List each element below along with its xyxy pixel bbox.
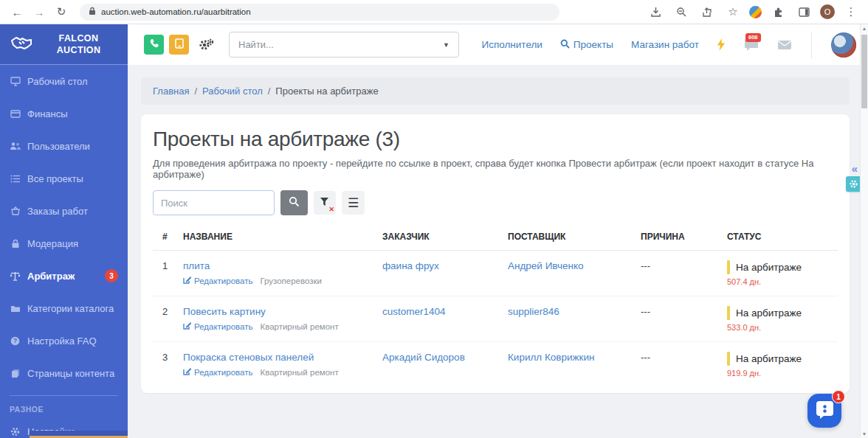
cell-reason: --- (641, 352, 727, 363)
red-x-icon: ✕ (328, 206, 334, 213)
search-input[interactable] (153, 190, 275, 215)
sidebar-item-finance[interactable]: Финансы (0, 97, 128, 130)
settings-widget-icon[interactable] (846, 176, 861, 192)
browser-menu-icon[interactable]: ⋮ (841, 2, 861, 21)
share-icon[interactable] (698, 2, 717, 21)
scroll-down-icon[interactable]: ▼ (861, 431, 868, 437)
customer-link[interactable]: фаина фрух (382, 260, 508, 271)
chat-bubble-icon (815, 400, 835, 423)
bookmark-star-icon[interactable]: ☆ (723, 2, 743, 21)
project-link[interactable]: Покраска стеновых панелей (183, 352, 314, 363)
handshake-logo-icon (10, 35, 32, 54)
phone-button[interactable] (144, 35, 164, 55)
sidebar-brand[interactable]: FALCON AUCTION (0, 24, 128, 65)
arbitration-card: Проекты на арбитраже (3) Для проведения … (141, 114, 850, 393)
browser-back-icon[interactable]: ← (7, 2, 27, 21)
table-header-row: # НАЗВАНИЕ ЗАКАЗЧИК ПОСТАВЩИК ПРИЧИНА СТ… (153, 227, 838, 251)
extension-colored-icon[interactable] (749, 6, 762, 18)
row-num: 2 (162, 306, 183, 317)
sidebar-item-faq-settings[interactable]: ? Настройка FAQ (0, 324, 128, 357)
address-bar[interactable]: auction.web-automation.ru/auarbitration (80, 4, 559, 21)
table-row: 2 Повесить картину Редактировать Квартир… (153, 296, 838, 342)
status-color-bar (727, 352, 730, 366)
page-subtitle: Для проведения арбитража по проекту - пе… (153, 158, 838, 180)
browser-refresh-icon[interactable]: ↻ (52, 2, 71, 21)
col-header-reason: ПРИЧИНА (641, 232, 727, 242)
document-button[interactable] (169, 35, 189, 55)
browser-profile-avatar[interactable]: O (820, 4, 835, 19)
category-label: Квартирный ремонт (260, 368, 338, 377)
sidebar-item-catalog-categories[interactable]: Категории каталога (0, 292, 128, 324)
page-title: Проекты на арбитраже (3) (153, 128, 838, 151)
basket-icon (10, 206, 21, 215)
list-icon (10, 175, 21, 183)
sidebar-item-all-projects[interactable]: Все проекты (0, 162, 128, 195)
customer-link[interactable]: customer1404 (382, 306, 508, 317)
sidebar-item-label: Страницы контента (27, 368, 114, 379)
supplier-link[interactable]: Кирилл Коврижкин (508, 352, 641, 363)
edit-link[interactable]: Редактировать (183, 321, 252, 331)
nav-link-executors[interactable]: Исполнители (482, 39, 542, 50)
services-gears-icon[interactable] (198, 38, 214, 52)
extensions-puzzle-icon[interactable] (768, 2, 788, 21)
search-button[interactable] (280, 190, 308, 215)
side-panel-icon[interactable] (794, 2, 813, 21)
scrollbar-thumb[interactable] (861, 35, 867, 108)
sidebar-item-desktop[interactable]: Рабочий стол (0, 65, 128, 97)
status-color-bar (727, 260, 730, 274)
status-days: 919.9 дн. (727, 369, 838, 378)
lightning-icon[interactable] (717, 38, 726, 51)
sidebar-item-moderation[interactable]: Модерация (0, 227, 128, 260)
mail-icon[interactable] (777, 40, 792, 50)
sidebar-item-users[interactable]: Пользователи (0, 130, 128, 162)
edit-link[interactable]: Редактировать (183, 367, 252, 377)
cell-name: плита Редактировать Грузоперевозки (183, 260, 382, 285)
edit-label: Редактировать (194, 322, 252, 331)
status-days: 507.4 дн. (727, 277, 838, 286)
clear-filter-button[interactable]: ✕ (314, 191, 336, 215)
category-label: Грузоперевозки (260, 277, 322, 285)
main-content: Найти... ▼ Исполнители Проекты Магазин р… (128, 24, 868, 438)
nav-link-work-shop[interactable]: Магазин работ (631, 39, 699, 50)
sidebar-item-arbitration[interactable]: Арбитраж 3 (0, 260, 128, 292)
support-chat-button[interactable]: 1 (807, 394, 841, 428)
sidebar-item-label: Модерация (27, 238, 78, 249)
edit-pencil-icon (183, 321, 191, 331)
customer-link[interactable]: Аркадий Сидоров (382, 352, 508, 363)
topbar-nav: Исполнители Проекты Магазин работ 608 (482, 32, 857, 58)
chat-notifications-icon[interactable]: 608 (743, 38, 760, 52)
chat-count-badge: 608 (745, 33, 761, 42)
user-avatar[interactable] (831, 32, 856, 58)
supplier-link[interactable]: supplier846 (508, 306, 641, 317)
edit-link[interactable]: Редактировать (183, 276, 252, 285)
name-subrow: Редактировать Квартирный ремонт (183, 367, 382, 377)
scroll-up-icon[interactable]: ▲ (861, 26, 868, 31)
cell-reason: --- (641, 260, 727, 271)
cell-name: Покраска стеновых панелей Редактировать … (183, 352, 382, 377)
category-label: Квартирный ремонт (260, 322, 338, 331)
save-page-icon[interactable] (646, 2, 665, 21)
project-link[interactable]: Повесить картину (183, 306, 266, 317)
collapse-panel-chevron[interactable]: « (852, 163, 858, 174)
users-icon (10, 142, 21, 150)
lock-icon (89, 7, 96, 17)
arbitration-table: # НАЗВАНИЕ ЗАКАЗЧИК ПОСТАВЩИК ПРИЧИНА СТ… (153, 227, 838, 387)
breadcrumb-desktop[interactable]: Рабочий стол (202, 86, 263, 97)
breadcrumb: Главная / Рабочий стол / Проекты на арби… (141, 77, 850, 105)
columns-menu-button[interactable]: ☰ (342, 191, 365, 215)
sidebar-item-label: Рабочий стол (27, 76, 88, 87)
global-search-select[interactable]: Найти... ▼ (229, 32, 459, 58)
breadcrumb-home[interactable]: Главная (153, 86, 189, 97)
folder-icon (10, 305, 21, 313)
nav-link-projects[interactable]: Проекты (560, 39, 613, 51)
sidebar-item-work-orders[interactable]: Заказы работ (0, 195, 128, 227)
page-scrollbar[interactable]: ▲ ▼ (860, 24, 868, 438)
supplier-link[interactable]: Андрей Ивченко (508, 260, 641, 271)
sidebar-item-content-pages[interactable]: Страницы контента (0, 357, 128, 389)
status-label: На арбитраже (736, 353, 802, 364)
arbitration-count-badge: 3 (105, 269, 118, 282)
zoom-page-icon[interactable] (672, 2, 691, 21)
status-label: На арбитраже (736, 307, 802, 319)
project-link[interactable]: плита (183, 260, 210, 271)
browser-forward-icon[interactable]: → (30, 2, 49, 21)
